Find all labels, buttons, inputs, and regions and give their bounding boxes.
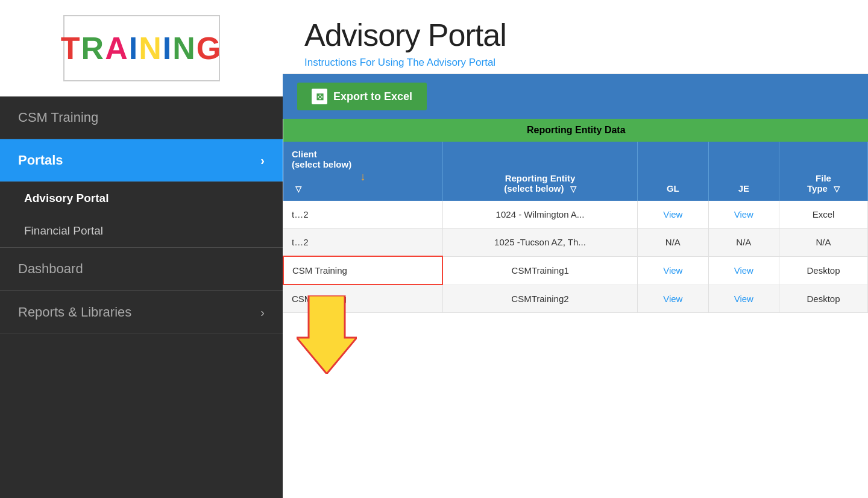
reporting-entity-header: Reporting Entity Data	[283, 119, 638, 142]
col-gl: GL	[638, 142, 709, 201]
client-cell: t…2	[283, 201, 442, 229]
col-client[interactable]: Client(select below) ↓ ▽	[283, 142, 442, 201]
file-type-cell: N/A	[779, 229, 868, 257]
table-row: CSM TrainingCSMTraining2ViewViewDesktop	[283, 285, 868, 313]
col-file-type[interactable]: FileType ▽	[779, 142, 868, 201]
reporting-entity-cell: 1025 -Tucson AZ, Th...	[442, 229, 637, 257]
filter-icon-reporting-entity[interactable]: ▽	[570, 184, 576, 194]
sidebar-item-label: Dashboard	[18, 261, 83, 277]
gl-cell[interactable]: View	[638, 201, 709, 229]
je-cell[interactable]: View	[708, 256, 779, 285]
gl-cell: N/A	[638, 229, 709, 257]
gl-cell[interactable]: View	[638, 285, 709, 313]
main-content: Advisory Portal Instructions For Using T…	[283, 0, 868, 498]
sidebar-subitem-advisory-portal[interactable]: Advisory Portal	[0, 182, 283, 215]
chevron-right-icon-2: ›	[260, 306, 265, 320]
table-wrap: Reporting Entity Data Client(select belo…	[283, 119, 868, 498]
sidebar-item-dashboard[interactable]: Dashboard	[0, 248, 283, 291]
file-type-cell: Excel	[779, 201, 868, 229]
col-reporting-entity[interactable]: Reporting Entity(select below) ▽	[442, 142, 637, 201]
reporting-entity-header-ext	[638, 119, 868, 142]
data-table: Reporting Entity Data Client(select belo…	[283, 119, 868, 313]
table-row: CSM TrainingCSMTraining1ViewViewDesktop	[283, 256, 868, 285]
sidebar-subitem-label: Advisory Portal	[24, 192, 108, 204]
je-cell[interactable]: View	[708, 285, 779, 313]
col-je: JE	[708, 142, 779, 201]
table-row: t…21024 - Wilmington A...ViewViewExcel	[283, 201, 868, 229]
file-type-cell: Desktop	[779, 285, 868, 313]
reporting-entity-cell: 1024 - Wilmington A...	[442, 201, 637, 229]
excel-icon: ⊠	[312, 89, 327, 104]
je-cell[interactable]: View	[708, 201, 779, 229]
gl-view-link[interactable]: View	[663, 265, 682, 276]
je-view-link[interactable]: View	[734, 265, 753, 276]
toolbar: ⊠ Export to Excel	[283, 74, 868, 119]
sidebar-item-portals[interactable]: Portals ›	[0, 139, 283, 182]
client-cell: t…2	[283, 229, 442, 257]
export-label: Export to Excel	[333, 90, 412, 103]
sidebar-subitem-label: Financial Portal	[24, 224, 103, 237]
export-to-excel-button[interactable]: ⊠ Export to Excel	[297, 83, 427, 110]
sidebar: TRAINING CSM Training Portals › Advisory…	[0, 0, 283, 498]
gl-view-link[interactable]: View	[663, 294, 682, 304]
gl-cell[interactable]: View	[638, 256, 709, 285]
sidebar-item-reports-libraries[interactable]: Reports & Libraries ›	[0, 291, 283, 334]
reporting-entity-cell: CSMTraining1	[442, 256, 637, 285]
je-view-link[interactable]: View	[734, 294, 753, 304]
page-subtitle-link[interactable]: Instructions For Using The Advisory Port…	[304, 57, 495, 68]
gl-view-link[interactable]: View	[663, 209, 682, 219]
file-type-cell: Desktop	[779, 256, 868, 285]
logo-area: TRAINING	[0, 0, 283, 96]
filter-icon-client[interactable]: ▽	[295, 184, 301, 194]
sidebar-item-label: Portals	[18, 153, 63, 168]
sidebar-item-label: CSM Training	[18, 110, 98, 125]
client-cell: CSM Training	[283, 256, 442, 285]
je-cell: N/A	[708, 229, 779, 257]
chevron-right-icon: ›	[260, 154, 265, 168]
filter-icon-file-type[interactable]: ▽	[834, 184, 840, 194]
je-view-link[interactable]: View	[734, 209, 753, 219]
training-logo: TRAINING	[63, 15, 220, 81]
sort-down-icon: ↓	[292, 171, 434, 183]
page-header: Advisory Portal Instructions For Using T…	[283, 0, 868, 74]
reporting-entity-cell: CSMTraining2	[442, 285, 637, 313]
sidebar-item-csm-training[interactable]: CSM Training	[0, 96, 283, 139]
table-row: t…21025 -Tucson AZ, Th...N/AN/AN/A	[283, 229, 868, 257]
sidebar-item-label: Reports & Libraries	[18, 304, 131, 320]
page-title: Advisory Portal	[304, 17, 846, 53]
client-cell: CSM Training	[283, 285, 442, 313]
sidebar-subitem-financial-portal[interactable]: Financial Portal	[0, 215, 283, 247]
table-body: t…21024 - Wilmington A...ViewViewExcelt……	[283, 201, 868, 313]
